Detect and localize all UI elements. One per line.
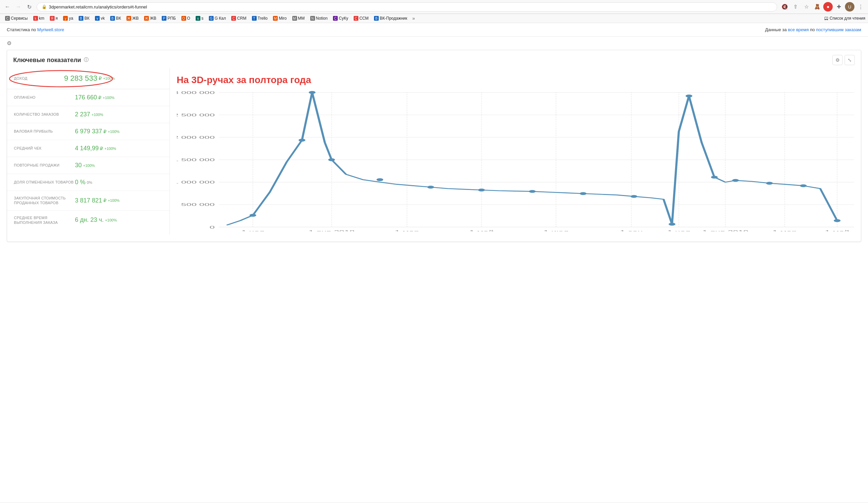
bookmark-km[interactable]: k km	[31, 15, 47, 22]
bookmark-gcal[interactable]: G G Кал	[206, 15, 228, 22]
chart-dot	[631, 195, 638, 198]
orders-badge: +100%	[92, 113, 103, 117]
bookmark-mm[interactable]: M MM	[290, 15, 307, 22]
store-link[interactable]: Myriwell.store	[37, 27, 64, 32]
bookmark-rpb[interactable]: Р РПБ	[159, 15, 178, 22]
main-metric-row: ДОХОД 9 283 533 ₽ +100%	[7, 68, 169, 89]
bookmark-ssm[interactable]: С ССМ	[351, 15, 371, 22]
info-icon[interactable]: ⓘ	[84, 57, 89, 63]
svg-text:1 июл: 1 июл	[544, 230, 569, 231]
ya2-icon: y	[63, 16, 68, 21]
widget-title: Ключевые показатели ⓘ	[13, 57, 89, 64]
paid-value: 176 660 ₽ +100%	[75, 94, 115, 101]
repeat-label: ПОВТОРНЫЕ ПРОДАЖИ	[14, 163, 75, 167]
header-left: Статистика по Myriwell.store	[7, 27, 64, 32]
chart-dot	[529, 190, 536, 193]
page-settings-icon[interactable]: ⚙	[7, 40, 11, 46]
bookmark-zhv2[interactable]: Ж ЖВ	[142, 15, 159, 22]
o-icon: О	[182, 16, 186, 21]
bookmark-zhv1[interactable]: Ж ЖВ	[124, 15, 141, 22]
bookmark-label: ЖВ	[150, 16, 156, 21]
income-badge: +100%	[103, 76, 115, 80]
forward-button[interactable]: →	[13, 2, 23, 11]
avgtime-badge: +100%	[105, 218, 117, 222]
gross-badge: +100%	[108, 130, 120, 134]
purchase-currency: ₽	[103, 198, 106, 203]
mute-button[interactable]: 🔇	[780, 2, 789, 11]
lock-icon: 🔒	[42, 4, 47, 9]
bookmark-label: Miro	[279, 16, 287, 21]
bookmark-label: km	[39, 16, 44, 21]
adblock-button[interactable]: ■	[823, 2, 833, 11]
chart-dot	[732, 179, 739, 182]
extensions-button[interactable]: 🧸	[813, 2, 822, 11]
income-currency: ₽	[99, 76, 102, 81]
svg-text:3 000 000: 3 000 000	[177, 90, 215, 95]
widget-fullscreen-button[interactable]: ⤡	[845, 55, 855, 65]
gross-value-text: 6 979 337	[75, 128, 102, 135]
svg-text:1 000 000: 1 000 000	[177, 180, 215, 185]
vk3-icon: В	[110, 16, 115, 21]
bookmark-s[interactable]: s s	[193, 15, 206, 22]
gross-currency: ₽	[103, 129, 106, 134]
bookmark-servisy[interactable]: С Сервисы	[3, 15, 30, 22]
share-button[interactable]: ⇧	[791, 2, 800, 11]
extensions2-button[interactable]: ✚	[834, 2, 844, 11]
chart-dot	[669, 223, 675, 226]
avgtime-value: 6 дн. 23 ч. +100%	[75, 216, 117, 224]
bookmark-ya1[interactable]: Я я	[48, 15, 60, 22]
repeat-value-text: 30	[75, 162, 82, 169]
main-metric-content: ДОХОД 9 283 533 ₽ +100%	[14, 74, 163, 83]
widget-controls: ⚙ ⤡	[833, 55, 855, 65]
bookmark-label: РПБ	[167, 16, 176, 21]
stats-prefix: Статистика по	[7, 27, 36, 32]
bookmark-miro[interactable]: M Miro	[271, 15, 289, 22]
menu-button[interactable]: ⋮	[856, 2, 865, 11]
metric-paid: ОПЛАЧЕНО 176 660 ₽ +100%	[7, 89, 169, 106]
period-link[interactable]: все время	[788, 27, 809, 32]
read-list[interactable]: 🕮 Список для чтения	[824, 16, 865, 21]
bookmark-label: Trello	[258, 16, 268, 21]
metric-avgcheck: СРЕДНИЙ ЧЕК 4 149,99 ₽ +100%	[7, 140, 169, 157]
chart-dot	[309, 91, 316, 94]
bookmark-vk2[interactable]: v vk	[93, 15, 107, 22]
chart-annotation: На 3D-ручах за полтора года	[177, 71, 854, 85]
svg-text:2 000 000: 2 000 000	[177, 135, 215, 140]
metric-gross: ВАЛОВАЯ ПРИБЫЛЬ 6 979 337 ₽ +100%	[7, 123, 169, 140]
chart-container: 3 000 000 2 500 000 2 000 000 1 500 000 …	[177, 89, 854, 231]
bookmark-vk-prodazhnik[interactable]: В ВК-Продажник	[372, 15, 410, 22]
bookmark-vk1[interactable]: В ВК	[76, 15, 92, 22]
chart-dot	[478, 188, 485, 191]
metric-orders: КОЛИЧЕСТВО ЗАКАЗОВ 2 237 +100%	[7, 106, 169, 123]
metrics-panel: ДОХОД 9 283 533 ₽ +100% ОПЛАЧЕНО 176 660…	[7, 68, 170, 235]
avgcheck-badge: +100%	[104, 146, 116, 151]
line-chart: 3 000 000 2 500 000 2 000 000 1 500 000 …	[177, 89, 854, 231]
cancelled-value-text: 0 %	[75, 179, 85, 186]
bookmark-o[interactable]: О О	[179, 15, 193, 22]
bookmark-label: ВК	[84, 16, 90, 21]
bookmark-trello[interactable]: T Trello	[249, 15, 270, 22]
bookmark-ya2[interactable]: y ya	[61, 15, 76, 22]
more-bookmarks[interactable]: »	[410, 15, 417, 22]
bookmark-vk3[interactable]: В ВК	[108, 15, 123, 22]
bookmark-label: Сервисы	[11, 16, 28, 21]
bookmark-label: О	[187, 16, 190, 21]
bookmark-suku[interactable]: С СуКу	[331, 15, 351, 22]
svg-text:0: 0	[209, 225, 215, 229]
account-button[interactable]: U	[845, 2, 855, 11]
bookmark-star-button[interactable]: ☆	[802, 2, 811, 11]
address-bar[interactable]: 🔒 3dpenmarket.retailcrm.ru/analytics/ord…	[37, 2, 777, 11]
chart-dot	[427, 186, 434, 188]
bookmark-notion[interactable]: N Notion	[308, 15, 330, 22]
bookmark-crm[interactable]: C CRM	[229, 15, 249, 22]
widget-settings-button[interactable]: ⚙	[833, 55, 843, 65]
back-button[interactable]: ←	[3, 2, 12, 11]
avgcheck-label: СРЕДНИЙ ЧЕК	[14, 146, 75, 151]
rpb-icon: Р	[162, 16, 166, 21]
reload-button[interactable]: ↻	[24, 2, 34, 11]
svg-text:1 500 000: 1 500 000	[177, 158, 215, 162]
chart-dot	[299, 139, 306, 142]
orders-link[interactable]: поступившим заказам	[816, 27, 861, 32]
puzzle-icon: 🧸	[814, 4, 820, 10]
svg-text:500 000: 500 000	[181, 203, 215, 207]
